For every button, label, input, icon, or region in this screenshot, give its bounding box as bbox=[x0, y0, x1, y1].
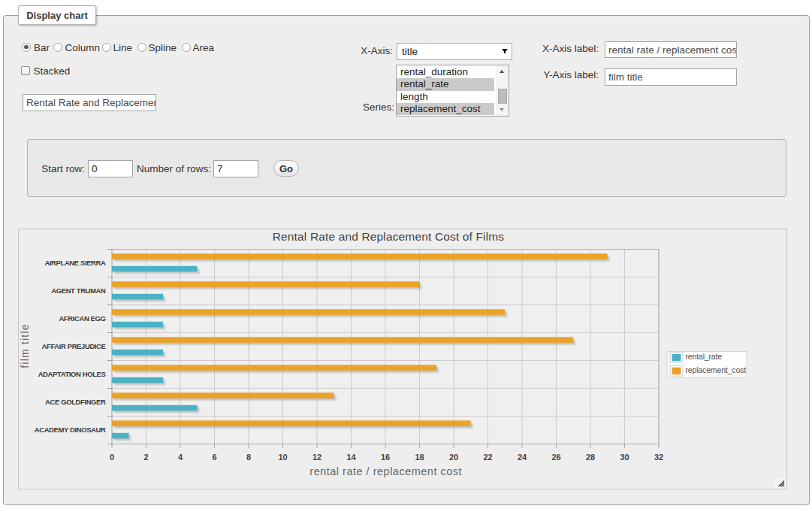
svg-text:ADAPTATION HOLES: ADAPTATION HOLES bbox=[38, 370, 106, 378]
svg-text:10: 10 bbox=[278, 453, 287, 462]
svg-text:26: 26 bbox=[551, 453, 560, 462]
svg-text:2: 2 bbox=[143, 453, 148, 462]
svg-text:AGENT TRUMAN: AGENT TRUMAN bbox=[51, 286, 106, 295]
svg-text:AFRICAN EGG: AFRICAN EGG bbox=[59, 314, 105, 323]
svg-text:14: 14 bbox=[346, 453, 356, 462]
svg-text:12: 12 bbox=[312, 453, 321, 462]
svg-text:24: 24 bbox=[518, 453, 527, 462]
svg-text:AIRPLANE SIERRA: AIRPLANE SIERRA bbox=[44, 259, 106, 267]
svg-text:32: 32 bbox=[654, 453, 663, 462]
svg-text:Rental Rate and Replacement Co: Rental Rate and Replacement Cost of Film… bbox=[273, 230, 505, 243]
svg-text:rental_rate: rental_rate bbox=[686, 352, 723, 361]
svg-text:30: 30 bbox=[620, 453, 629, 462]
svg-text:replacement_cost: replacement_cost bbox=[686, 365, 747, 374]
svg-text:16: 16 bbox=[381, 453, 390, 462]
svg-text:28: 28 bbox=[586, 453, 595, 462]
svg-text:6: 6 bbox=[212, 453, 216, 462]
svg-text:4: 4 bbox=[178, 453, 183, 462]
svg-text:22: 22 bbox=[483, 453, 492, 462]
svg-text:rental rate / replacement cost: rental rate / replacement cost bbox=[309, 465, 462, 477]
svg-text:8: 8 bbox=[246, 453, 251, 462]
svg-text:20: 20 bbox=[449, 453, 458, 462]
svg-text:AFFAIR PREJUDICE: AFFAIR PREJUDICE bbox=[42, 342, 106, 350]
svg-text:ACE GOLDFINGER: ACE GOLDFINGER bbox=[45, 398, 106, 406]
svg-text:18: 18 bbox=[415, 453, 424, 462]
svg-text:film title: film title bbox=[19, 323, 31, 368]
svg-text:0: 0 bbox=[110, 453, 114, 462]
svg-text:ACADEMY DINOSAUR: ACADEMY DINOSAUR bbox=[35, 426, 106, 434]
